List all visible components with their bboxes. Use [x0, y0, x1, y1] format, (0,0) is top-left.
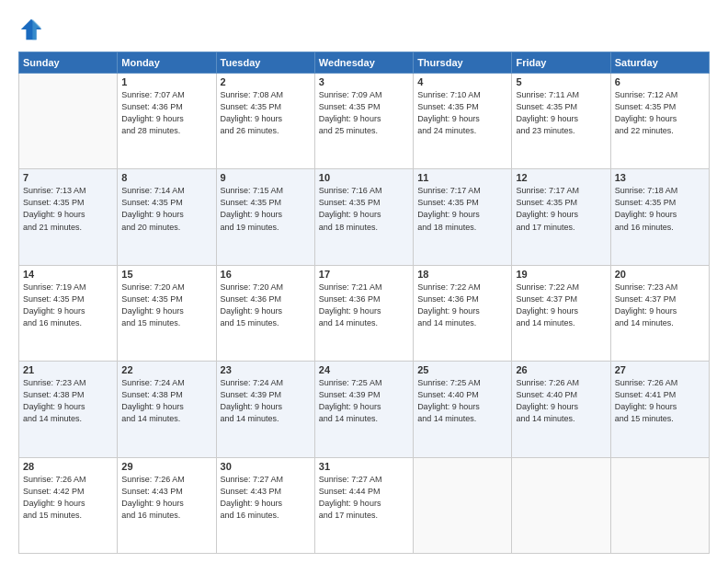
- weekday-header-monday: Monday: [118, 52, 216, 74]
- day-number: 23: [221, 364, 311, 375]
- day-info: Sunrise: 7:26 AMSunset: 4:41 PMDaylight:…: [615, 377, 705, 425]
- day-number: 3: [319, 76, 409, 87]
- day-number: 16: [221, 269, 311, 280]
- calendar-table: SundayMondayTuesdayWednesdayThursdayFrid…: [18, 52, 710, 554]
- logo-icon: [18, 17, 44, 42]
- day-info: Sunrise: 7:21 AMSunset: 4:36 PMDaylight:…: [319, 282, 409, 329]
- day-number: 5: [516, 76, 606, 87]
- calendar-cell: [414, 457, 512, 553]
- calendar-cell: 16Sunrise: 7:20 AMSunset: 4:36 PMDayligh…: [216, 265, 314, 361]
- day-number: 2: [221, 76, 311, 87]
- day-info: Sunrise: 7:17 AMSunset: 4:35 PMDaylight:…: [516, 185, 606, 233]
- day-number: 21: [23, 364, 113, 375]
- day-number: 19: [516, 269, 606, 280]
- day-info: Sunrise: 7:22 AMSunset: 4:37 PMDaylight:…: [516, 282, 606, 329]
- calendar-cell: 15Sunrise: 7:20 AMSunset: 4:35 PMDayligh…: [118, 265, 216, 361]
- calendar-cell: 30Sunrise: 7:27 AMSunset: 4:43 PMDayligh…: [216, 457, 314, 553]
- day-info: Sunrise: 7:11 AMSunset: 4:35 PMDaylight:…: [516, 89, 606, 137]
- calendar-cell: 7Sunrise: 7:13 AMSunset: 4:35 PMDaylight…: [19, 169, 118, 265]
- svg-marker-0: [21, 19, 41, 40]
- calendar-cell: 6Sunrise: 7:12 AMSunset: 4:35 PMDaylight…: [610, 74, 709, 169]
- calendar-cell: 4Sunrise: 7:10 AMSunset: 4:35 PMDaylight…: [414, 74, 512, 169]
- calendar-cell: 28Sunrise: 7:26 AMSunset: 4:42 PMDayligh…: [19, 457, 118, 553]
- day-info: Sunrise: 7:27 AMSunset: 4:44 PMDaylight:…: [319, 474, 409, 522]
- page: SundayMondayTuesdayWednesdayThursdayFrid…: [0, 0, 728, 563]
- weekday-header-thursday: Thursday: [414, 52, 512, 74]
- day-number: 8: [121, 172, 211, 183]
- logo: [18, 17, 48, 42]
- calendar-cell: 14Sunrise: 7:19 AMSunset: 4:35 PMDayligh…: [19, 265, 118, 361]
- day-number: 7: [23, 172, 113, 183]
- day-number: 25: [417, 364, 507, 375]
- day-number: 14: [23, 269, 113, 280]
- calendar-cell: 1Sunrise: 7:07 AMSunset: 4:36 PMDaylight…: [118, 74, 216, 169]
- day-number: 15: [121, 269, 211, 280]
- day-number: 6: [615, 76, 705, 87]
- day-info: Sunrise: 7:12 AMSunset: 4:35 PMDaylight:…: [615, 89, 705, 137]
- day-info: Sunrise: 7:13 AMSunset: 4:35 PMDaylight:…: [23, 185, 113, 233]
- day-number: 27: [615, 364, 705, 375]
- calendar-cell: 24Sunrise: 7:25 AMSunset: 4:39 PMDayligh…: [314, 362, 413, 457]
- day-info: Sunrise: 7:24 AMSunset: 4:39 PMDaylight:…: [221, 377, 311, 425]
- day-info: Sunrise: 7:18 AMSunset: 4:35 PMDaylight:…: [615, 185, 705, 233]
- calendar-cell: 9Sunrise: 7:15 AMSunset: 4:35 PMDaylight…: [216, 169, 314, 265]
- weekday-header-friday: Friday: [512, 52, 610, 74]
- day-info: Sunrise: 7:14 AMSunset: 4:35 PMDaylight:…: [121, 185, 211, 233]
- calendar-week-4: 21Sunrise: 7:23 AMSunset: 4:38 PMDayligh…: [19, 362, 710, 457]
- day-info: Sunrise: 7:23 AMSunset: 4:37 PMDaylight:…: [615, 282, 705, 329]
- day-number: 28: [23, 461, 113, 472]
- calendar-cell: 18Sunrise: 7:22 AMSunset: 4:36 PMDayligh…: [414, 265, 512, 361]
- calendar-cell: 17Sunrise: 7:21 AMSunset: 4:36 PMDayligh…: [314, 265, 413, 361]
- calendar-cell: 20Sunrise: 7:23 AMSunset: 4:37 PMDayligh…: [610, 265, 709, 361]
- day-number: 4: [417, 76, 507, 87]
- day-info: Sunrise: 7:10 AMSunset: 4:35 PMDaylight:…: [417, 89, 507, 137]
- day-info: Sunrise: 7:26 AMSunset: 4:42 PMDaylight:…: [23, 474, 113, 522]
- day-info: Sunrise: 7:20 AMSunset: 4:35 PMDaylight:…: [121, 282, 211, 329]
- day-number: 10: [319, 172, 409, 183]
- day-info: Sunrise: 7:09 AMSunset: 4:35 PMDaylight:…: [319, 89, 409, 137]
- calendar-cell: 31Sunrise: 7:27 AMSunset: 4:44 PMDayligh…: [314, 457, 413, 553]
- day-info: Sunrise: 7:26 AMSunset: 4:43 PMDaylight:…: [121, 474, 211, 522]
- weekday-header-row: SundayMondayTuesdayWednesdayThursdayFrid…: [19, 52, 710, 74]
- day-number: 12: [516, 172, 606, 183]
- weekday-header-tuesday: Tuesday: [216, 52, 314, 74]
- day-number: 29: [121, 461, 211, 472]
- day-info: Sunrise: 7:17 AMSunset: 4:35 PMDaylight:…: [417, 185, 507, 233]
- weekday-header-wednesday: Wednesday: [314, 52, 413, 74]
- day-info: Sunrise: 7:26 AMSunset: 4:40 PMDaylight:…: [516, 377, 606, 425]
- day-info: Sunrise: 7:16 AMSunset: 4:35 PMDaylight:…: [319, 185, 409, 233]
- calendar-cell: 23Sunrise: 7:24 AMSunset: 4:39 PMDayligh…: [216, 362, 314, 457]
- calendar-week-1: 1Sunrise: 7:07 AMSunset: 4:36 PMDaylight…: [19, 74, 710, 169]
- calendar-cell: 10Sunrise: 7:16 AMSunset: 4:35 PMDayligh…: [314, 169, 413, 265]
- calendar-cell: 5Sunrise: 7:11 AMSunset: 4:35 PMDaylight…: [512, 74, 610, 169]
- day-number: 20: [615, 269, 705, 280]
- calendar-cell: 12Sunrise: 7:17 AMSunset: 4:35 PMDayligh…: [512, 169, 610, 265]
- day-info: Sunrise: 7:25 AMSunset: 4:39 PMDaylight:…: [319, 377, 409, 425]
- weekday-header-saturday: Saturday: [610, 52, 709, 74]
- calendar-cell: 29Sunrise: 7:26 AMSunset: 4:43 PMDayligh…: [118, 457, 216, 553]
- calendar-cell: 26Sunrise: 7:26 AMSunset: 4:40 PMDayligh…: [512, 362, 610, 457]
- calendar-cell: 25Sunrise: 7:25 AMSunset: 4:40 PMDayligh…: [414, 362, 512, 457]
- day-number: 24: [319, 364, 409, 375]
- weekday-header-sunday: Sunday: [19, 52, 118, 74]
- day-info: Sunrise: 7:15 AMSunset: 4:35 PMDaylight:…: [221, 185, 311, 233]
- day-info: Sunrise: 7:23 AMSunset: 4:38 PMDaylight:…: [23, 377, 113, 425]
- day-info: Sunrise: 7:25 AMSunset: 4:40 PMDaylight:…: [417, 377, 507, 425]
- day-number: 22: [121, 364, 211, 375]
- calendar-cell: 21Sunrise: 7:23 AMSunset: 4:38 PMDayligh…: [19, 362, 118, 457]
- day-info: Sunrise: 7:22 AMSunset: 4:36 PMDaylight:…: [417, 282, 507, 329]
- day-info: Sunrise: 7:20 AMSunset: 4:36 PMDaylight:…: [221, 282, 311, 329]
- calendar-cell: [512, 457, 610, 553]
- calendar-cell: 22Sunrise: 7:24 AMSunset: 4:38 PMDayligh…: [118, 362, 216, 457]
- calendar-cell: [19, 74, 118, 169]
- day-number: 30: [221, 461, 311, 472]
- day-number: 1: [121, 76, 211, 87]
- day-info: Sunrise: 7:08 AMSunset: 4:35 PMDaylight:…: [221, 89, 311, 137]
- day-number: 11: [417, 172, 507, 183]
- day-number: 17: [319, 269, 409, 280]
- calendar-cell: 8Sunrise: 7:14 AMSunset: 4:35 PMDaylight…: [118, 169, 216, 265]
- day-number: 13: [615, 172, 705, 183]
- calendar-cell: 13Sunrise: 7:18 AMSunset: 4:35 PMDayligh…: [610, 169, 709, 265]
- day-info: Sunrise: 7:19 AMSunset: 4:35 PMDaylight:…: [23, 282, 113, 329]
- calendar-cell: 27Sunrise: 7:26 AMSunset: 4:41 PMDayligh…: [610, 362, 709, 457]
